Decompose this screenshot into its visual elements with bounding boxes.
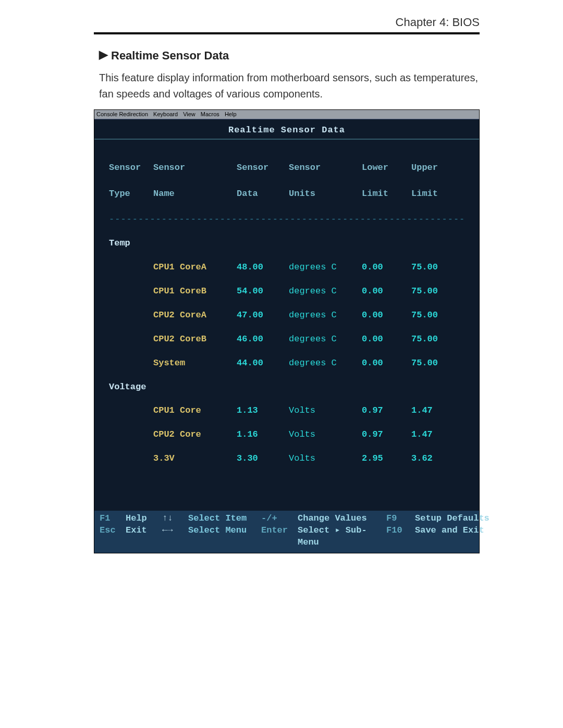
sensor-row: CPU1 CoreA48.00degrees C0.0075.00 — [109, 262, 467, 274]
sensor-row: CPU1 CoreB54.00degrees C0.0075.00 — [109, 286, 467, 298]
sensor-row: CPU2 CoreB46.00degrees C0.0075.00 — [109, 334, 467, 346]
bios-title: Realtime Sensor Data — [94, 119, 479, 140]
help-key-arrows: ↑↓ — [162, 513, 188, 525]
kvm-menu-item[interactable]: Keyboard — [153, 110, 178, 118]
help-action-setup-defaults: Setup Defaults — [415, 513, 498, 525]
kvm-menu-item[interactable]: Help — [225, 110, 237, 118]
section-heading: ▶Realtime Sensor Data — [99, 49, 480, 63]
help-key-f10: F10 — [386, 525, 415, 537]
triangle-right-icon: ▶ — [99, 48, 108, 61]
kvm-menu-item[interactable]: Console Redirection — [96, 110, 148, 118]
help-key-leftright: ←→ — [162, 525, 188, 537]
help-action-change-values: Change Values — [298, 513, 386, 525]
header-separator: ----------------------------------------… — [109, 214, 467, 226]
help-action-save-exit: Save and Exit — [415, 525, 498, 537]
help-action-select-menu: Select Menu — [188, 525, 261, 537]
kvm-menu-bar: Console Redirection Keyboard View Macros… — [94, 110, 479, 119]
section-body: This feature display information from mo… — [99, 70, 480, 102]
kvm-menu-item[interactable]: Macros — [201, 110, 219, 118]
help-key-f9: F9 — [386, 513, 415, 525]
sensor-row: System44.00degrees C0.0075.00 — [109, 357, 467, 369]
header-row-1: SensorSensorSensorSensorLowerUpper — [109, 162, 467, 174]
group-label-row: Voltage — [109, 381, 467, 393]
help-key-esc: Esc — [100, 525, 126, 537]
help-key-f1: F1 — [100, 513, 126, 525]
section-title-text: Realtime Sensor Data — [111, 49, 229, 62]
help-action-submenu: Select ▸ Sub-Menu — [298, 525, 386, 549]
help-action-help: Help — [126, 513, 162, 525]
help-key-plusminus: -/+ — [261, 513, 298, 525]
header-row-2: TypeNameDataUnitsLimitLimit — [109, 188, 467, 200]
help-action-select-item: Select Item — [188, 513, 261, 525]
sensor-row: CPU1 Core1.13Volts0.971.47 — [109, 405, 467, 417]
bios-screenshot: Console Redirection Keyboard View Macros… — [94, 109, 480, 553]
bios-content: SensorSensorSensorSensorLowerUpper TypeN… — [94, 140, 479, 511]
sensor-row: CPU2 Core1.16Volts0.971.47 — [109, 429, 467, 441]
help-action-exit: Exit — [126, 525, 162, 537]
top-rule — [94, 32, 480, 34]
sensor-row: CPU2 CoreA47.00degrees C0.0075.00 — [109, 310, 467, 322]
sensor-row: 3.3V3.30Volts2.953.62 — [109, 453, 467, 465]
bios-help-bar: F1 Help ↑↓ Select Item -/+ Change Values… — [94, 511, 479, 553]
group-label-row: Temp — [109, 238, 467, 250]
chapter-title: Chapter 4: BIOS — [94, 16, 480, 29]
help-key-enter: Enter — [261, 525, 298, 537]
kvm-menu-item[interactable]: View — [183, 110, 195, 118]
